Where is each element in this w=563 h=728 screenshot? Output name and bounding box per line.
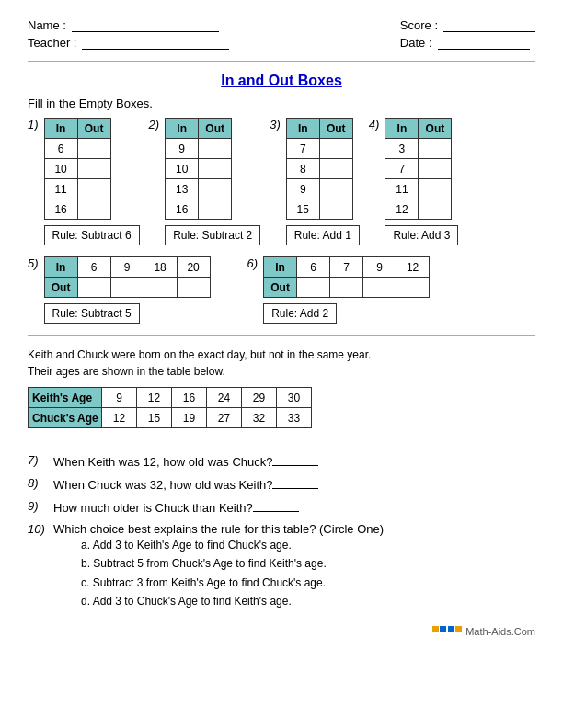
- question-7-text: When Keith was 12, how old was Chuck?: [53, 455, 272, 469]
- chucks-age-5: 33: [277, 408, 312, 428]
- problems-vertical-row: 1)InOut6101116Rule: Subtract 62)InOut910…: [28, 118, 535, 245]
- col-header-out: Out: [319, 119, 352, 139]
- cell-r3-c1: [199, 199, 232, 220]
- problem-1-rule: Rule: Subtract 6: [44, 225, 140, 245]
- cell-r3-c0: 16: [166, 199, 199, 220]
- story-line2: Their ages are shown in the table below.: [28, 365, 225, 378]
- choice-0: a. Add 3 to Keith's Age to find Chuck's …: [81, 536, 384, 554]
- problem-2-number: 2): [149, 118, 160, 131]
- score-label: Score :: [400, 18, 438, 32]
- problem-h2-number: 6): [247, 256, 259, 270]
- question-10-content: Which choice best explains the rule for …: [53, 522, 384, 611]
- question-9-text: How much older is Chuck than Keith?: [53, 501, 253, 515]
- question-8: 8)When Chuck was 32, how old was Keith?: [28, 476, 535, 492]
- problem-h2: In67912OutRule: Add 2: [263, 256, 430, 324]
- keiths-age-3: 24: [207, 388, 242, 408]
- age-table: Keith's Age91216242930Chuck's Age1215192…: [28, 387, 312, 428]
- chucks-age-1: 15: [137, 408, 172, 428]
- cell-r1-c0: 7: [385, 159, 419, 179]
- question-9: 9)How much older is Chuck than Keith?: [28, 499, 535, 515]
- problem-4-table: InOut371112: [385, 118, 452, 220]
- chucks-age-0: 12: [102, 408, 137, 428]
- out-label: Out: [44, 278, 77, 298]
- question-10-choices: a. Add 3 to Keith's Age to find Chuck's …: [81, 536, 384, 611]
- problem-h1-wrap: 5)In691820OutRule: Subtract 5: [28, 256, 211, 324]
- problem-h2-table: In67912Out: [263, 256, 430, 298]
- problems-horizontal-row: 5)In691820OutRule: Subtract 56)In67912Ou…: [28, 256, 535, 324]
- keiths-age-0: 9: [102, 388, 137, 408]
- cell-r3-c1: [419, 199, 452, 220]
- problem-1-wrap: 1)InOut6101116Rule: Subtract 6: [28, 118, 140, 245]
- question-10-number: 10): [28, 522, 50, 611]
- name-label: Name :: [28, 18, 66, 32]
- question-10: 10)Which choice best explains the rule f…: [28, 522, 535, 611]
- question-8-text: When Chuck was 32, how old was Keith?: [53, 478, 272, 492]
- in-label: In: [44, 257, 77, 278]
- problem-2: InOut9101316Rule: Subtract 2: [165, 118, 260, 245]
- problem-4-number: 4): [369, 118, 380, 131]
- out-val-2: [144, 278, 177, 298]
- teacher-underline: [82, 37, 229, 50]
- question-7-answer-line: [272, 453, 318, 466]
- problem-h1-number: 5): [28, 256, 39, 270]
- date-field: Date :: [400, 36, 535, 50]
- name-field: Name :: [28, 18, 229, 32]
- chucks-age-2: 19: [172, 408, 207, 428]
- question-9-content: How much older is Chuck than Keith?: [53, 499, 299, 515]
- problem-4: InOut371112Rule: Add 3: [385, 118, 458, 245]
- story-text: Keith and Chuck were born on the exact d…: [28, 347, 535, 380]
- choice-1: b. Subtract 5 from Chuck's Age to find K…: [81, 554, 384, 573]
- cell-r3-c0: 15: [286, 199, 319, 220]
- out-val-2: [363, 278, 396, 298]
- cell-r0-c1: [319, 139, 352, 159]
- teacher-field: Teacher :: [28, 36, 229, 50]
- in-val-2: 18: [144, 257, 177, 278]
- date-underline: [438, 37, 530, 50]
- col-header-out: Out: [77, 119, 110, 139]
- question-7-content: When Keith was 12, how old was Chuck?: [53, 453, 318, 469]
- name-underline: [72, 19, 219, 32]
- problem-1-number: 1): [28, 118, 39, 131]
- cell-r1-c1: [419, 159, 452, 179]
- page-title: In and Out Boxes: [28, 73, 535, 89]
- in-val-0: 6: [77, 257, 110, 278]
- keiths-age-1: 12: [137, 388, 172, 408]
- col-header-out: Out: [419, 119, 452, 139]
- logo-text: Math-Aids.Com: [465, 626, 535, 637]
- problem-4-wrap: 4)InOut371112Rule: Add 3: [369, 118, 459, 245]
- chucks-age-3: 27: [207, 408, 242, 428]
- problem-1-table: InOut6101116: [44, 118, 111, 220]
- cell-r2-c1: [199, 179, 232, 199]
- col-header-in: In: [385, 119, 419, 139]
- problem-2-rule: Rule: Subtract 2: [165, 225, 260, 245]
- out-val-3: [396, 278, 430, 298]
- cell-r1-c0: 8: [286, 159, 319, 179]
- problem-h1-table: In691820Out: [44, 256, 211, 298]
- score-underline: [443, 19, 535, 32]
- header-divider: [28, 61, 535, 62]
- teacher-label: Teacher :: [28, 36, 76, 50]
- problem-h1: In691820OutRule: Subtract 5: [44, 256, 211, 324]
- score-field: Score :: [400, 18, 535, 32]
- cell-r3-c1: [319, 199, 352, 220]
- cell-r0-c1: [77, 139, 110, 159]
- out-val-3: [177, 278, 210, 298]
- problem-3-wrap: 3)InOut78915Rule: Add 1: [270, 118, 360, 245]
- chucks-age-4: 32: [242, 408, 277, 428]
- in-val-0: 6: [297, 257, 330, 278]
- out-val-0: [77, 278, 110, 298]
- problem-3-table: InOut78915: [286, 118, 353, 220]
- cell-r2-c0: 11: [44, 179, 77, 199]
- cell-r0-c0: 7: [286, 139, 319, 159]
- logo-sq-orange: [432, 626, 439, 632]
- question-9-answer-line: [253, 499, 299, 512]
- problem-h2-wrap: 6)In67912OutRule: Add 2: [247, 256, 431, 324]
- question-7: 7)When Keith was 12, how old was Chuck?: [28, 453, 535, 469]
- header: Name : Teacher : Score : Date :: [28, 18, 535, 50]
- col-header-out: Out: [199, 119, 232, 139]
- question-8-answer-line: [272, 476, 318, 489]
- cell-r1-c0: 10: [166, 159, 199, 179]
- keiths-age-5: 30: [277, 388, 312, 408]
- in-val-1: 7: [330, 257, 363, 278]
- footer: Math-Aids.Com: [28, 626, 535, 637]
